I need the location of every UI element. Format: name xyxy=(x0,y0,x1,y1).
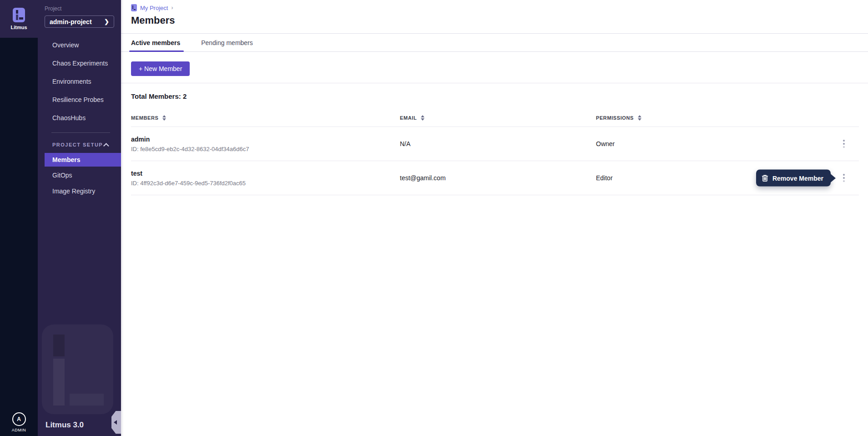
sidebar-item-image-registry[interactable]: Image Registry xyxy=(38,183,121,198)
main-content: My Project › Members Active members Pend… xyxy=(121,0,868,436)
sidebar: Project admin-project ❯ Overview Chaos E… xyxy=(38,0,121,436)
member-id: ID: fe8e5cd9-eb2c-4d32-8632-04df34a6d6c7 xyxy=(131,146,400,152)
page-header: My Project › Members xyxy=(121,0,868,34)
members-table-header: MEMBERS EMAIL PERMISSIONS xyxy=(131,115,859,127)
sort-email-icon[interactable] xyxy=(421,115,424,121)
page-title: Members xyxy=(131,15,859,26)
version-label: Litmus 3.0 xyxy=(45,421,84,430)
column-header-permissions: PERMISSIONS xyxy=(596,115,840,121)
remove-member-menu-item[interactable]: Remove Member xyxy=(756,170,831,187)
breadcrumb-separator-icon: › xyxy=(171,5,173,11)
email-column-label: EMAIL xyxy=(400,115,417,121)
user-avatar[interactable]: A xyxy=(12,412,26,426)
member-permission: Owner xyxy=(596,140,840,147)
table-row-test: test ID: 4ff92c3d-d6e7-459c-9ed5-736fd2f… xyxy=(131,161,859,195)
chevron-right-icon: ❯ xyxy=(104,18,109,25)
sidebar-item-members[interactable]: Members xyxy=(45,153,121,167)
litmus-logo-label: Litmus xyxy=(10,25,27,30)
collapse-left-icon xyxy=(114,420,117,425)
sidebar-item-overview[interactable]: Overview xyxy=(38,36,121,54)
sort-members-icon[interactable] xyxy=(162,115,166,121)
litmus-logo-icon xyxy=(13,8,25,22)
member-name: admin xyxy=(131,136,400,143)
tab-active-members[interactable]: Active members xyxy=(131,34,180,51)
litmus-watermark-logo xyxy=(42,324,113,414)
project-setup-label: PROJECT SETUP xyxy=(52,142,103,147)
sidebar-item-chaos-experiments[interactable]: Chaos Experiments xyxy=(38,54,121,72)
column-header-email: EMAIL xyxy=(400,115,596,121)
sidebar-item-gitops[interactable]: GitOps xyxy=(38,167,121,183)
breadcrumb: My Project › xyxy=(131,4,859,11)
project-label: Project xyxy=(45,5,114,12)
member-cell: test ID: 4ff92c3d-d6e7-459c-9ed5-736fd2f… xyxy=(131,170,400,187)
new-member-button[interactable]: + New Member xyxy=(131,61,190,76)
sidebar-item-environments[interactable]: Environments xyxy=(38,72,121,91)
members-tabbar: Active members Pending members xyxy=(121,34,868,52)
user-name-label: ADMIN xyxy=(12,428,26,432)
sidebar-divider xyxy=(51,132,110,133)
breadcrumb-my-project-link[interactable]: My Project xyxy=(140,5,168,11)
row-menu-kebab-icon[interactable] xyxy=(840,172,848,183)
total-members-label: Total Members: 2 xyxy=(131,92,859,100)
member-cell: admin ID: fe8e5cd9-eb2c-4d32-8632-04df34… xyxy=(131,136,400,152)
sidebar-nav: Overview Chaos Experiments Environments … xyxy=(38,36,121,127)
project-name: admin-project xyxy=(50,18,92,25)
sidebar-collapse-handle[interactable] xyxy=(111,411,121,434)
project-setup-section-toggle[interactable]: PROJECT SETUP xyxy=(38,137,121,152)
trash-icon xyxy=(762,174,768,182)
members-column-label: MEMBERS xyxy=(131,115,158,121)
column-header-members: MEMBERS xyxy=(131,115,400,121)
members-table-section: Total Members: 2 MEMBERS EMAIL PERMISSIO… xyxy=(121,83,868,195)
members-toolbar: + New Member xyxy=(121,52,868,83)
member-name: test xyxy=(131,170,400,177)
sidebar-item-chaoshubs[interactable]: ChaosHubs xyxy=(38,109,121,127)
chevron-up-icon xyxy=(103,143,109,149)
project-setup-nav: Members GitOps Image Registry xyxy=(38,153,121,198)
project-select[interactable]: admin-project ❯ xyxy=(45,15,114,28)
left-rail: Litmus A ADMIN xyxy=(0,0,38,436)
sort-permissions-icon[interactable] xyxy=(638,115,641,121)
litmus-logo-block[interactable]: Litmus xyxy=(0,0,38,38)
tab-pending-members[interactable]: Pending members xyxy=(201,34,253,51)
member-id: ID: 4ff92c3d-d6e7-459c-9ed5-736fd2f0ac65 xyxy=(131,180,400,187)
table-row-admin: admin ID: fe8e5cd9-eb2c-4d32-8632-04df34… xyxy=(131,127,859,161)
remove-member-label: Remove Member xyxy=(772,174,823,182)
account-section: A ADMIN xyxy=(0,412,38,432)
sidebar-item-resilience-probes[interactable]: Resilience Probes xyxy=(38,91,121,109)
row-menu-kebab-icon[interactable] xyxy=(840,138,848,149)
project-breadcrumb-icon xyxy=(131,4,137,11)
project-selector-section: Project admin-project ❯ xyxy=(38,0,121,30)
member-email: N/A xyxy=(400,140,596,147)
member-email: test@gamil.com xyxy=(400,174,596,182)
permissions-column-label: PERMISSIONS xyxy=(596,115,634,121)
